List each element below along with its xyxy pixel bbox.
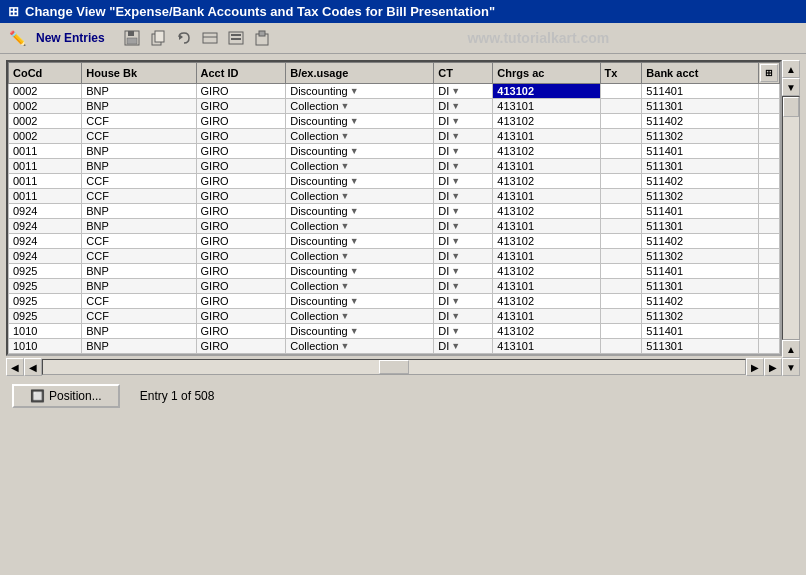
cell-cocd[interactable]: 0925	[9, 309, 82, 324]
h-scroll-left[interactable]: ◀	[6, 358, 24, 376]
dropdown-arrow-icon[interactable]: ▼	[451, 266, 460, 276]
table-row[interactable]: 0002BNPGIRODiscounting▼DI▼413102511401	[9, 84, 780, 99]
cell-acct-id[interactable]: GIRO	[196, 159, 286, 174]
cell-house-bk[interactable]: BNP	[82, 144, 196, 159]
cell-bex-usage[interactable]: Discounting▼	[286, 264, 434, 279]
cell-bank-acct[interactable]: 511301	[642, 99, 759, 114]
cell-ct[interactable]: DI▼	[434, 279, 493, 294]
dropdown-arrow-icon[interactable]: ▼	[350, 326, 359, 336]
cell-tx[interactable]	[600, 159, 642, 174]
h-scroll-track[interactable]	[42, 359, 746, 375]
dropdown-arrow-icon[interactable]: ▼	[451, 236, 460, 246]
dropdown-arrow-icon[interactable]: ▼	[350, 236, 359, 246]
table-row[interactable]: 1010BNPGIRODiscounting▼DI▼413102511401	[9, 324, 780, 339]
dropdown-arrow-icon[interactable]: ▼	[451, 281, 460, 291]
cell-tx[interactable]	[600, 324, 642, 339]
cell-house-bk[interactable]: CCF	[82, 129, 196, 144]
cell-chrgs-ac[interactable]: 413102	[493, 234, 600, 249]
cell-acct-id[interactable]: GIRO	[196, 129, 286, 144]
cell-bank-acct[interactable]: 511401	[642, 84, 759, 99]
dropdown-arrow-icon[interactable]: ▼	[451, 206, 460, 216]
cell-ct[interactable]: DI▼	[434, 219, 493, 234]
cell-chrgs-ac[interactable]: 413102	[493, 294, 600, 309]
cell-chrgs-ac[interactable]: 413101	[493, 339, 600, 354]
cell-cocd[interactable]: 0002	[9, 84, 82, 99]
v-scroll-up[interactable]: ▲	[782, 60, 800, 78]
table-row[interactable]: 0011CCFGIRODiscounting▼DI▼413102511402	[9, 174, 780, 189]
dropdown-arrow-icon[interactable]: ▼	[451, 101, 460, 111]
cell-chrgs-ac[interactable]: 413102	[493, 204, 600, 219]
dropdown-arrow-icon[interactable]: ▼	[350, 116, 359, 126]
cell-bank-acct[interactable]: 511301	[642, 279, 759, 294]
cell-tx[interactable]	[600, 219, 642, 234]
cell-acct-id[interactable]: GIRO	[196, 84, 286, 99]
cell-bex-usage[interactable]: Discounting▼	[286, 324, 434, 339]
dropdown-arrow-icon[interactable]: ▼	[451, 221, 460, 231]
cell-house-bk[interactable]: BNP	[82, 324, 196, 339]
cell-acct-id[interactable]: GIRO	[196, 234, 286, 249]
cell-acct-id[interactable]: GIRO	[196, 99, 286, 114]
h-scroll-right2[interactable]: ◀	[24, 358, 42, 376]
dropdown-arrow-icon[interactable]: ▼	[341, 251, 350, 261]
cell-cocd[interactable]: 0924	[9, 249, 82, 264]
cell-acct-id[interactable]: GIRO	[196, 114, 286, 129]
cell-chrgs-ac[interactable]: 413101	[493, 219, 600, 234]
dropdown-arrow-icon[interactable]: ▼	[341, 311, 350, 321]
cell-bank-acct[interactable]: 511401	[642, 144, 759, 159]
cell-bank-acct[interactable]: 511402	[642, 234, 759, 249]
cell-ct[interactable]: DI▼	[434, 294, 493, 309]
dropdown-arrow-icon[interactable]: ▼	[451, 146, 460, 156]
v-scroll-down2[interactable]: ▼	[782, 78, 800, 96]
cell-acct-id[interactable]: GIRO	[196, 294, 286, 309]
cell-cocd[interactable]: 0011	[9, 189, 82, 204]
cell-ct[interactable]: DI▼	[434, 99, 493, 114]
cell-cocd[interactable]: 0002	[9, 114, 82, 129]
v-scroll-track[interactable]	[782, 96, 800, 340]
cut-icon[interactable]	[225, 27, 247, 49]
cell-house-bk[interactable]: CCF	[82, 189, 196, 204]
cell-chrgs-ac[interactable]: 413101	[493, 309, 600, 324]
dropdown-arrow-icon[interactable]: ▼	[451, 191, 460, 201]
cell-acct-id[interactable]: GIRO	[196, 279, 286, 294]
save-icon[interactable]	[121, 27, 143, 49]
dropdown-arrow-icon[interactable]: ▼	[451, 116, 460, 126]
dropdown-arrow-icon[interactable]: ▼	[451, 251, 460, 261]
dropdown-arrow-icon[interactable]: ▼	[350, 86, 359, 96]
cell-bex-usage[interactable]: Discounting▼	[286, 294, 434, 309]
cell-bex-usage[interactable]: Collection▼	[286, 159, 434, 174]
cell-acct-id[interactable]: GIRO	[196, 339, 286, 354]
cell-chrgs-ac[interactable]: 413102	[493, 174, 600, 189]
table-row[interactable]: 0924BNPGIRODiscounting▼DI▼413102511401	[9, 204, 780, 219]
cell-bank-acct[interactable]: 511401	[642, 264, 759, 279]
cell-house-bk[interactable]: BNP	[82, 204, 196, 219]
dropdown-arrow-icon[interactable]: ▼	[350, 206, 359, 216]
table-row[interactable]: 0002BNPGIROCollection▼DI▼413101511301	[9, 99, 780, 114]
cell-tx[interactable]	[600, 189, 642, 204]
cell-house-bk[interactable]: BNP	[82, 159, 196, 174]
cell-acct-id[interactable]: GIRO	[196, 324, 286, 339]
cell-chrgs-ac[interactable]: 413102	[493, 114, 600, 129]
new-entries-label[interactable]: New Entries	[32, 29, 109, 47]
table-row[interactable]: 0924CCFGIROCollection▼DI▼413101511302	[9, 249, 780, 264]
table-row[interactable]: 1010BNPGIROCollection▼DI▼413101511301	[9, 339, 780, 354]
dropdown-arrow-icon[interactable]: ▼	[350, 266, 359, 276]
dropdown-arrow-icon[interactable]: ▼	[341, 281, 350, 291]
cell-house-bk[interactable]: BNP	[82, 99, 196, 114]
cell-bex-usage[interactable]: Collection▼	[286, 99, 434, 114]
cell-tx[interactable]	[600, 114, 642, 129]
h-scroll-thumb[interactable]	[379, 360, 409, 374]
table-row[interactable]: 0924BNPGIROCollection▼DI▼413101511301	[9, 219, 780, 234]
cell-cocd[interactable]: 0002	[9, 99, 82, 114]
cell-bex-usage[interactable]: Discounting▼	[286, 144, 434, 159]
dropdown-arrow-icon[interactable]: ▼	[451, 296, 460, 306]
dropdown-arrow-icon[interactable]: ▼	[350, 296, 359, 306]
cell-ct[interactable]: DI▼	[434, 339, 493, 354]
cell-ct[interactable]: DI▼	[434, 309, 493, 324]
cell-tx[interactable]	[600, 339, 642, 354]
table-row[interactable]: 0925BNPGIROCollection▼DI▼413101511301	[9, 279, 780, 294]
cell-ct[interactable]: DI▼	[434, 129, 493, 144]
cell-tx[interactable]	[600, 129, 642, 144]
dropdown-arrow-icon[interactable]: ▼	[451, 311, 460, 321]
copy2-icon[interactable]	[199, 27, 221, 49]
cell-tx[interactable]	[600, 249, 642, 264]
